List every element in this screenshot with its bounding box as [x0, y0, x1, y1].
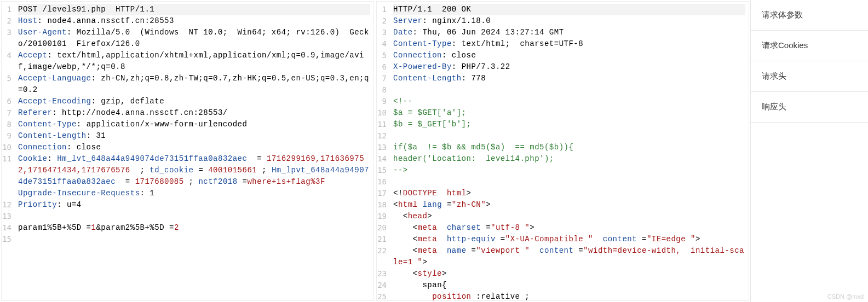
token: Priority [18, 200, 57, 209]
code-line[interactable]: <meta charset ="utf-8 "> [393, 222, 745, 234]
line-number: 19 [377, 211, 387, 222]
code-line[interactable]: Priority: u=4 [18, 199, 370, 211]
code-line[interactable]: <style> [393, 268, 745, 280]
response-pane[interactable]: 1234567891011121314151617181920212223242… [376, 1, 749, 301]
code-line[interactable]: Content-Type: application/x-www-form-url… [18, 119, 370, 130]
token: Date [393, 28, 413, 37]
token: $a = $GET['a']; [393, 108, 467, 117]
line-number: 3 [2, 27, 12, 50]
code-line[interactable]: Connection: close [393, 50, 745, 61]
token: POST /levels91.php HTTP/1.1 [18, 5, 154, 14]
token: = [120, 177, 135, 186]
token: : nginx/1.18.0 [422, 16, 491, 25]
code-line[interactable]: Host: node4.anna.nssctf.cn:28553 [18, 15, 370, 27]
code-line[interactable]: Referer: http://node4.anna.nssctf.cn:285… [18, 107, 370, 119]
code-line[interactable]: X-Powered-By: PHP/7.3.22 [393, 61, 745, 73]
code-line[interactable]: $a = $GET['a']; [393, 107, 745, 119]
line-number: 11 [377, 119, 387, 130]
token [530, 246, 539, 255]
line-number: 2 [377, 15, 387, 27]
code-line[interactable]: User-Agent: Mozilla/5.0 (Windows NT 10.0… [18, 27, 370, 50]
sidebar-item-body-params[interactable]: 请求体参数 [751, 0, 868, 31]
code-line[interactable]: header('Location: level14.php'); [393, 153, 745, 165]
token: Host [18, 16, 38, 25]
token: = [637, 235, 647, 243]
token: Cookie [18, 154, 47, 163]
token: Accept-Encoding [18, 97, 91, 106]
token: param2%5B+%5D [101, 223, 164, 232]
token: header('Location: level14.php'); [393, 154, 554, 163]
token: < [393, 269, 418, 278]
token: > [442, 269, 447, 278]
code-line[interactable] [393, 84, 745, 96]
token: < [393, 212, 408, 220]
code-line[interactable]: position :relative ; [393, 291, 745, 301]
token: : PHP/7.3.22 [452, 62, 510, 71]
token: : close [442, 51, 476, 60]
token: ; [135, 166, 150, 175]
code-line[interactable] [393, 130, 745, 142]
code-line[interactable]: <meta http-equiv ="X-UA-Compatible " con… [393, 234, 745, 245]
token: = [82, 223, 91, 232]
code-line[interactable]: <head> [393, 211, 745, 222]
code-line[interactable]: HTTP/1.1 200 OK [393, 4, 745, 15]
token: = [164, 223, 174, 232]
code-line[interactable]: $b = $_GET['b']; [393, 119, 745, 130]
code-line[interactable]: param1%5B+%5D =1&param2%5B+%5D =2 [18, 222, 370, 234]
code-line[interactable]: Upgrade-Insecure-Requests: 1 [18, 188, 370, 199]
code-line[interactable]: Server: nginx/1.18.0 [393, 15, 745, 27]
line-number: 10 [2, 142, 12, 153]
code-line[interactable]: Accept-Language: zh-CN,zh;q=0.8,zh-TW;q=… [18, 73, 370, 96]
token: : gzip, deflate [91, 97, 165, 106]
token: Referer [18, 108, 52, 117]
http-panes: 123456789101112131415 POST /levels91.php… [0, 0, 750, 302]
code-line[interactable]: Accept-Encoding: gzip, deflate [18, 96, 370, 107]
code-line[interactable]: <meta name ="viewport " content ="width=… [393, 245, 745, 268]
line-number: 6 [2, 96, 12, 107]
token: "utf-8 " [491, 223, 530, 232]
token: name [447, 246, 467, 255]
token: = [442, 200, 452, 209]
token: lang [422, 200, 442, 209]
token: "zh-CN" [452, 200, 486, 209]
code-line[interactable]: Content-Length: 778 [393, 73, 745, 84]
token: Upgrade-Insecure-Requests [18, 189, 140, 198]
token: nctf2018 [198, 177, 237, 186]
sidebar-item-res-headers[interactable]: 响应头 [751, 92, 868, 123]
code-line[interactable]: <!-- [393, 96, 745, 107]
sidebar-item-req-headers[interactable]: 请求头 [751, 61, 868, 92]
request-code[interactable]: POST /levels91.php HTTP/1.1Host: node4.a… [15, 2, 373, 247]
code-line[interactable]: Accept: text/html,application/xhtml+xml,… [18, 50, 370, 73]
token: "viewport " [476, 246, 530, 255]
code-line[interactable]: POST /levels91.php HTTP/1.1 [18, 4, 370, 15]
line-number: 16 [377, 176, 387, 188]
code-line[interactable]: span{ [393, 280, 745, 291]
token: "X-UA-Compatible " [505, 235, 593, 243]
token: < [393, 223, 418, 232]
line-number: 15 [2, 234, 12, 245]
code-line[interactable] [393, 176, 745, 188]
code-line[interactable]: Content-Length: 31 [18, 130, 370, 142]
code-line[interactable]: --> [393, 165, 745, 176]
sidebar-item-cookies[interactable]: 请求Cookies [751, 31, 868, 61]
code-line[interactable]: if($a != $b && md5($a) == md5($b)){ [393, 142, 745, 153]
code-line[interactable]: Connection: close [18, 142, 370, 153]
line-number: 7 [2, 107, 12, 119]
token: & [96, 223, 101, 232]
line-number: 4 [377, 38, 387, 50]
response-code[interactable]: HTTP/1.1 200 OKServer: nginx/1.18.0Date:… [390, 2, 749, 301]
line-number: 4 [2, 50, 12, 73]
code-line[interactable] [18, 211, 370, 222]
token: : application/x-www-form-urlencoded [77, 120, 248, 129]
code-line[interactable]: <!DOCTYPE html> [393, 188, 745, 199]
token: < [393, 235, 418, 243]
code-line[interactable]: Content-Type: text/html; charset=UTF-8 [393, 38, 745, 50]
code-line[interactable]: <html lang ="zh-CN"> [393, 199, 745, 211]
token: = [193, 166, 208, 175]
token: Connection [393, 51, 442, 60]
line-number: 10 [377, 107, 387, 119]
request-pane[interactable]: 123456789101112131415 POST /levels91.php… [1, 1, 374, 301]
code-line[interactable]: Cookie: Hm_lvt_648a44a949074de73151ffaa0… [18, 153, 370, 188]
code-line[interactable]: Date: Thu, 06 Jun 2024 13:27:14 GMT [393, 27, 745, 38]
token: HTTP/1.1 200 OK [393, 5, 471, 14]
